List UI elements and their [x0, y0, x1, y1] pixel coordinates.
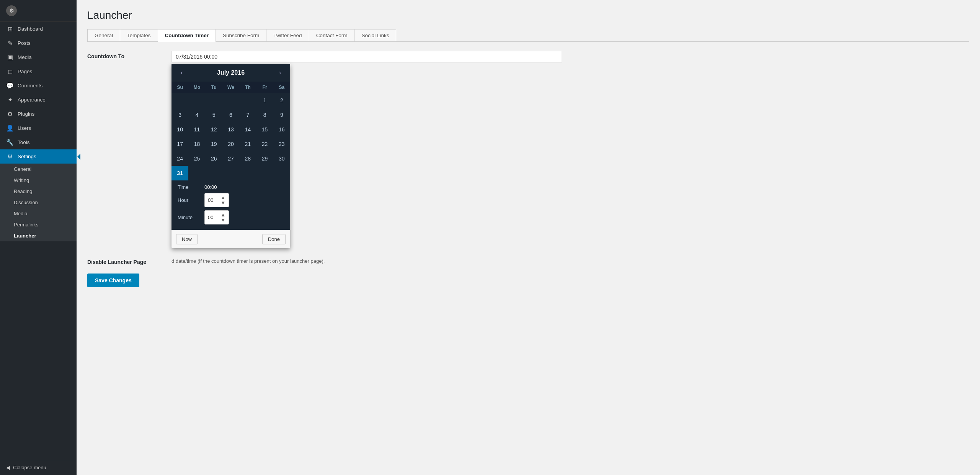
weekday-mo: Mo [188, 82, 205, 93]
tab-general[interactable]: General [87, 29, 120, 42]
weekday-th: Th [239, 82, 256, 93]
datepicker-popup: ‹ July 2016 › Su Mo Tu We Th Fr Sa [172, 64, 969, 248]
calendar-day-8[interactable]: 8 [256, 108, 273, 122]
tab-twitter-feed[interactable]: Twitter Feed [266, 29, 309, 42]
minute-spinner[interactable]: 00 ▲ ▼ [204, 210, 229, 224]
minute-up-arrow[interactable]: ▲ [220, 212, 225, 217]
sidebar-item-appearance[interactable]: ✦ Appearance [0, 93, 77, 107]
calendar-day-31[interactable]: 31 [172, 166, 188, 180]
calendar-day-11[interactable]: 11 [188, 122, 205, 137]
calendar-day-empty-37 [206, 166, 222, 180]
calendar-day-23[interactable]: 23 [273, 137, 290, 151]
calendar-day-22[interactable]: 22 [256, 137, 273, 151]
sidebar-item-plugins[interactable]: ⚙ Plugins [0, 107, 77, 121]
tab-social-links[interactable]: Social Links [354, 29, 396, 42]
sidebar-item-comments[interactable]: 💬 Comments [0, 79, 77, 93]
calendar-day-empty-38 [222, 166, 239, 180]
sidebar-item-settings[interactable]: ⚙ Settings [0, 149, 77, 164]
calendar-day-29[interactable]: 29 [256, 151, 273, 166]
sidebar-item-label: Users [18, 125, 31, 131]
prev-month-button[interactable]: ‹ [178, 69, 186, 77]
sidebar-item-label: Media [18, 54, 32, 60]
countdown-control-wrap: ‹ July 2016 › Su Mo Tu We Th Fr Sa [172, 51, 969, 248]
sidebar-item-users[interactable]: 👤 Users [0, 121, 77, 135]
weekday-tu: Tu [206, 82, 222, 93]
calendar-day-19[interactable]: 19 [206, 137, 222, 151]
tab-contact-form[interactable]: Contact Form [309, 29, 354, 42]
disable-launcher-row: Disable Launcher Page d date/time (if th… [87, 257, 969, 265]
hour-down-arrow[interactable]: ▼ [220, 200, 225, 205]
calendar-day-9[interactable]: 9 [273, 108, 290, 122]
page-title: Launcher [87, 9, 969, 21]
now-button[interactable]: Now [176, 234, 198, 244]
sidebar-item-label: Pages [18, 69, 32, 74]
time-row: Time 00:00 [178, 184, 284, 190]
sidebar-subitem-discussion[interactable]: Discussion [0, 197, 77, 208]
sidebar-subitem-media-settings[interactable]: Media [0, 208, 77, 219]
calendar-day-16[interactable]: 16 [273, 122, 290, 137]
calendar-day-14[interactable]: 14 [239, 122, 256, 137]
sidebar: ⚙ ⊞ Dashboard ✎ Posts ▣ Media ◻ Pages 💬 … [0, 0, 77, 475]
tab-templates[interactable]: Templates [120, 29, 158, 42]
calendar-day-18[interactable]: 18 [188, 137, 205, 151]
hour-spinner[interactable]: 00 ▲ ▼ [204, 193, 229, 207]
sidebar-item-posts[interactable]: ✎ Posts [0, 36, 77, 50]
settings-icon: ⚙ [6, 153, 14, 160]
tab-bar: General Templates Countdown Timer Subscr… [87, 29, 969, 42]
calendar-day-2[interactable]: 2 [273, 93, 290, 108]
collapse-label: Collapse menu [13, 465, 46, 470]
calendar-day-30[interactable]: 30 [273, 151, 290, 166]
minute-value: 00 [208, 215, 213, 220]
calendar-day-4[interactable]: 4 [188, 108, 205, 122]
calendar-day-27[interactable]: 27 [222, 151, 239, 166]
pages-icon: ◻ [6, 68, 14, 75]
calendar-day-26[interactable]: 26 [206, 151, 222, 166]
sidebar-subitem-launcher[interactable]: Launcher [0, 230, 77, 241]
minute-down-arrow[interactable]: ▼ [220, 218, 225, 223]
countdown-to-row: Countdown To ‹ July 2016 › Su Mo Tu [87, 51, 969, 248]
calendar-day-20[interactable]: 20 [222, 137, 239, 151]
main-content: Launcher General Templates Countdown Tim… [77, 0, 980, 475]
tab-countdown-timer[interactable]: Countdown Timer [158, 29, 216, 42]
sidebar-item-label: Tools [18, 139, 30, 145]
sidebar-subitem-writing[interactable]: Writing [0, 175, 77, 186]
save-row: Save Changes [87, 274, 969, 287]
done-button[interactable]: Done [262, 234, 286, 244]
hour-label: Hour [178, 197, 204, 203]
minute-arrows: ▲ ▼ [220, 212, 225, 223]
comments-icon: 💬 [6, 82, 14, 89]
sidebar-item-dashboard[interactable]: ⊞ Dashboard [0, 22, 77, 36]
calendar-day-12[interactable]: 12 [206, 122, 222, 137]
next-month-button[interactable]: › [276, 69, 284, 77]
sidebar-item-tools[interactable]: 🔧 Tools [0, 135, 77, 149]
sidebar-item-media[interactable]: ▣ Media [0, 50, 77, 64]
calendar-day-21[interactable]: 21 [239, 137, 256, 151]
sidebar-item-pages[interactable]: ◻ Pages [0, 64, 77, 79]
calendar-day-10[interactable]: 10 [172, 122, 188, 137]
calendar-day-13[interactable]: 13 [222, 122, 239, 137]
weekday-su: Su [172, 82, 188, 93]
save-changes-button[interactable]: Save Changes [87, 274, 139, 287]
sidebar-subitem-reading[interactable]: Reading [0, 186, 77, 197]
calendar-day-7[interactable]: 7 [239, 108, 256, 122]
sidebar-subitem-general[interactable]: General [0, 164, 77, 175]
calendar-day-1[interactable]: 1 [256, 93, 273, 108]
calendar-day-empty-3 [222, 93, 239, 108]
calendar-day-24[interactable]: 24 [172, 151, 188, 166]
disable-hint-text: d date/time (if the countdown timer is p… [172, 258, 969, 264]
calendar-day-3[interactable]: 3 [172, 108, 188, 122]
hour-up-arrow[interactable]: ▲ [220, 195, 225, 200]
tab-subscribe-form[interactable]: Subscribe Form [216, 29, 266, 42]
calendar-day-15[interactable]: 15 [256, 122, 273, 137]
calendar-day-17[interactable]: 17 [172, 137, 188, 151]
calendar-day-empty-4 [239, 93, 256, 108]
weekday-fr: Fr [256, 82, 273, 93]
calendar-day-6[interactable]: 6 [222, 108, 239, 122]
calendar-day-25[interactable]: 25 [188, 151, 205, 166]
collapse-menu-button[interactable]: ◀ Collapse menu [0, 460, 77, 475]
calendar-day-28[interactable]: 28 [239, 151, 256, 166]
sidebar-subitem-permalinks[interactable]: Permalinks [0, 219, 77, 230]
calendar-day-5[interactable]: 5 [206, 108, 222, 122]
countdown-input[interactable] [172, 51, 562, 62]
calendar-footer: Now Done [172, 230, 290, 248]
